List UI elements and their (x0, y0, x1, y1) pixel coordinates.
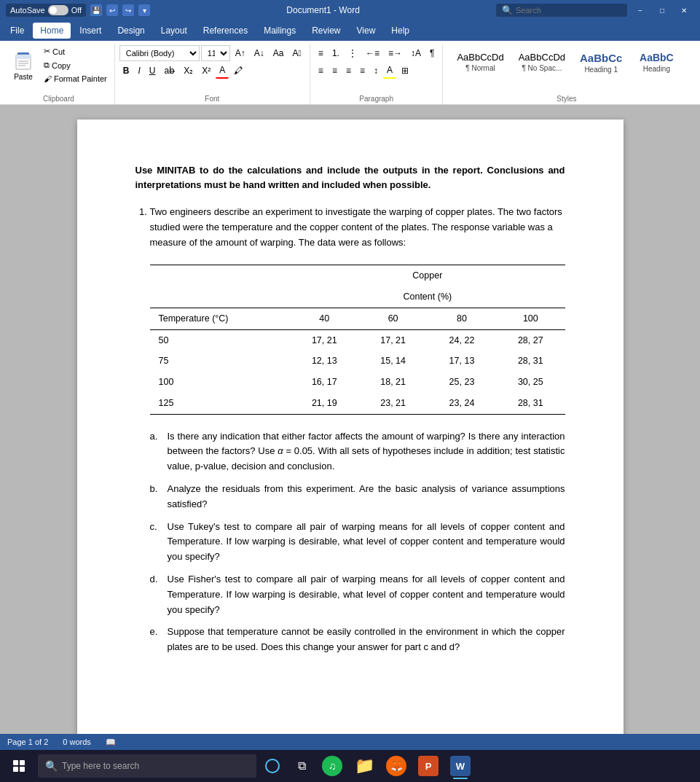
decrease-indent-button[interactable]: ←≡ (362, 45, 383, 61)
customize-icon[interactable]: ▾ (138, 4, 150, 16)
numbering-button[interactable]: 1. (329, 45, 343, 61)
menu-view[interactable]: View (350, 23, 383, 39)
windows-logo (13, 760, 25, 772)
justify-button[interactable]: ≡ (356, 63, 369, 79)
table-row: 125 21, 19 23, 21 23, 24 28, 31 (150, 393, 565, 414)
row3-col3: 25, 23 (428, 372, 496, 393)
align-center-button[interactable]: ≡ (329, 63, 341, 79)
sort-button[interactable]: ↕A (407, 45, 425, 61)
autosave-toggle-pill[interactable] (48, 5, 68, 15)
paste-button[interactable]: Paste (7, 47, 39, 84)
task-view-button[interactable] (259, 753, 286, 779)
align-right-button[interactable]: ≡ (342, 63, 355, 79)
menu-design[interactable]: Design (110, 23, 152, 39)
highlight-button[interactable]: 🖍 (230, 63, 246, 79)
clear-format-button[interactable]: A⃝ (288, 45, 304, 61)
row1-temp: 50 (150, 329, 291, 351)
undo-icon[interactable]: ↩ (106, 4, 118, 16)
maximize-button[interactable]: □ (652, 3, 672, 17)
autosave-toggle[interactable]: AutoSave Off (6, 4, 86, 17)
grow-font-button[interactable]: A↑ (232, 45, 249, 61)
row2-col4: 28, 31 (496, 351, 565, 372)
format-painter-icon: 🖌 (44, 74, 52, 83)
menu-review[interactable]: Review (304, 23, 347, 39)
borders-button[interactable]: ⊞ (398, 63, 412, 79)
change-case-button[interactable]: Aa (270, 45, 288, 61)
menu-file[interactable]: File (3, 23, 31, 39)
taskbar-word[interactable]: W (446, 751, 475, 781)
style-heading2[interactable]: AaBbC Heading (630, 48, 683, 77)
cut-button[interactable]: ✂ Cut (41, 45, 110, 58)
paragraph-group-label: Paragraph (315, 92, 439, 103)
increase-indent-button[interactable]: ≡→ (385, 45, 406, 61)
autosave-state: Off (71, 6, 82, 15)
show-formatting-button[interactable]: ¶ (426, 45, 438, 61)
start-button[interactable] (3, 750, 35, 782)
font-color-button[interactable]: A (216, 63, 229, 79)
menu-insert[interactable]: Insert (72, 23, 109, 39)
minimize-button[interactable]: − (630, 3, 650, 17)
style-h1-preview: AaBbCc (580, 52, 622, 64)
subscript-button[interactable]: X₂ (180, 63, 197, 79)
taskview-icon[interactable]: ⧉ (288, 753, 315, 779)
menu-help[interactable]: Help (384, 23, 417, 39)
taskbar-powerpoint[interactable]: P (414, 751, 443, 781)
save-icon[interactable]: 💾 (90, 4, 102, 16)
proofing-icon[interactable]: 📖 (106, 738, 116, 747)
copy-button[interactable]: ⧉ Copy (41, 59, 110, 71)
font-size-select[interactable]: 11 (201, 45, 230, 61)
title-bar: AutoSave Off 💾 ↩ ↪ ▾ Document1 - Word 🔍 … (0, 0, 700, 20)
shading-button[interactable]: A (383, 63, 396, 79)
table-header-row2: Content (%) (150, 286, 565, 308)
style-normal[interactable]: AaBbCcDd ¶ Normal (450, 48, 510, 77)
align-left-button[interactable]: ≡ (315, 63, 327, 79)
folder-icon: 📁 (355, 756, 374, 775)
taskbar-file-explorer[interactable]: 📁 (350, 751, 379, 781)
list-item-1: Two engineers describe an experiment to … (150, 205, 565, 655)
font-style-row: B I U ab̶ X₂ X² A 🖍 (119, 63, 305, 79)
redo-icon[interactable]: ↪ (122, 4, 134, 16)
row4-col1: 21, 19 (290, 393, 358, 414)
col-header-3: 80 (428, 308, 496, 329)
row4-col3: 23, 24 (428, 393, 496, 414)
multilevel-button[interactable]: ⋮ (345, 45, 361, 61)
menu-references[interactable]: References (196, 23, 255, 39)
shrink-font-button[interactable]: A↓ (251, 45, 268, 61)
paragraph-row2: ≡ ≡ ≡ ≡ ↕ A ⊞ (315, 63, 412, 79)
menu-home[interactable]: Home (33, 23, 71, 39)
taskbar-search-box[interactable]: 🔍 Type here to search (38, 754, 256, 778)
line-spacing-button[interactable]: ↕ (370, 63, 382, 79)
strikethrough-button[interactable]: ab̶ (160, 63, 178, 79)
font-family-select[interactable]: Calibri (Body) (119, 45, 200, 61)
sub-item-c: c. Use Tukey's test to compare all pair … (150, 520, 565, 565)
format-painter-label: Format Painter (54, 74, 107, 83)
copy-icon: ⧉ (44, 60, 50, 70)
bullets-button[interactable]: ≡ (315, 45, 327, 61)
col-header-2: 60 (358, 308, 427, 329)
status-bar: Page 1 of 2 0 words 📖 (0, 734, 700, 750)
underline-button[interactable]: U (146, 63, 160, 79)
bold-button[interactable]: B (119, 63, 133, 79)
sub-item-d: d. Use Fisher's test to compare all pair… (150, 572, 565, 617)
copy-label: Copy (52, 61, 71, 70)
col-header-4: 100 (496, 308, 565, 329)
close-button[interactable]: ✕ (674, 3, 694, 17)
format-painter-button[interactable]: 🖌 Format Painter (41, 73, 110, 85)
data-table-wrapper: Copper Content (%) Temperature (°C) 40 6… (150, 265, 565, 414)
italic-button[interactable]: I (134, 63, 143, 79)
superscript-button[interactable]: X² (198, 63, 214, 79)
style-nospacing[interactable]: AaBbCcDd ¶ No Spac... (512, 48, 572, 77)
table-row: 75 12, 13 15, 14 17, 13 28, 31 (150, 351, 565, 372)
search-input[interactable] (516, 6, 618, 15)
search-box[interactable]: 🔍 (496, 4, 627, 17)
clipboard-row: Paste ✂ Cut ⧉ Copy 🖌 Format Painter (7, 45, 110, 85)
sub-item-b: b. Analyze the residuals from this exper… (150, 482, 565, 512)
style-heading1[interactable]: AaBbCc Heading 1 (573, 48, 629, 77)
taskbar-spotify[interactable]: ♫ (318, 751, 347, 781)
page-info: Page 1 of 2 (7, 738, 48, 746)
menu-layout[interactable]: Layout (154, 23, 194, 39)
sub-label-c: c. (150, 520, 162, 565)
menu-mailings[interactable]: Mailings (256, 23, 303, 39)
menu-bar: File Home Insert Design Layout Reference… (0, 20, 700, 41)
taskbar-firefox[interactable]: 🦊 (382, 751, 411, 781)
